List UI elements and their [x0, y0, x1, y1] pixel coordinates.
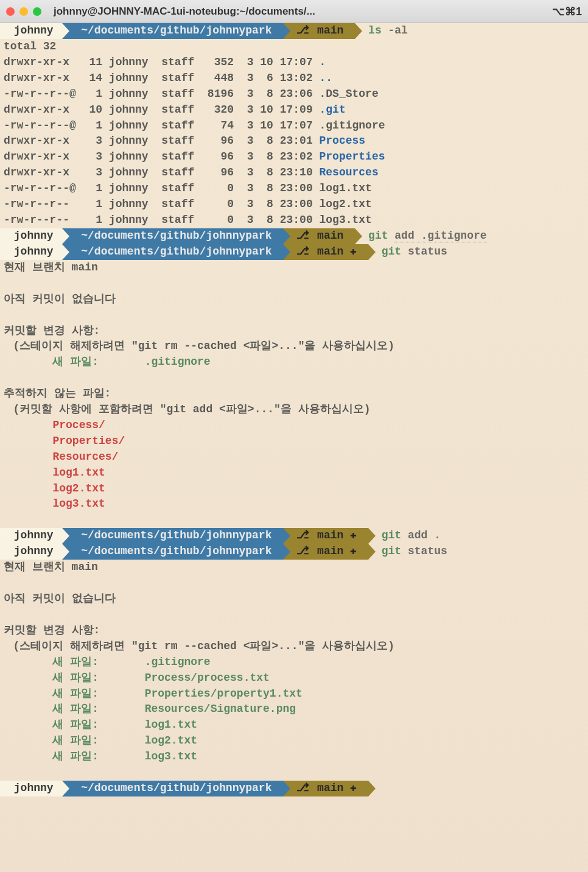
prompt-branch: ⎇ main ✚ [283, 528, 368, 544]
prompt-user: johnny [0, 228, 62, 244]
branch-icon: ⎇ [296, 24, 309, 37]
prompt-user: johnny [0, 528, 62, 544]
prompt-path: ~/documents/github/johnnypark [62, 228, 283, 244]
prompt-line: johnny ~/documents/github/johnnypark ⎇ m… [0, 244, 588, 260]
blank [0, 276, 588, 292]
plus-icon: ✚ [350, 545, 357, 557]
ls-row: drwxr-xr-x 14 johnny staff 448 3 6 13:02… [0, 71, 588, 86]
status-new-file: 새 파일: log2.txt [0, 733, 588, 749]
status-untracked-file: log2.txt [0, 481, 588, 497]
blank [0, 308, 588, 323]
status-branch: 현재 브랜치 main [0, 260, 588, 276]
maximize-icon[interactable] [33, 7, 41, 16]
command-text: git add . [368, 528, 441, 544]
status-untracked-file: log1.txt [0, 465, 588, 481]
branch-icon: ⎇ [296, 782, 309, 794]
prompt-path: ~/documents/github/johnnypark [62, 781, 283, 796]
command-text: git status [368, 544, 447, 560]
ls-row: drwxr-xr-x 3 johnny staff 96 3 8 23:01 P… [0, 133, 588, 149]
window-controls [6, 7, 41, 16]
blank [0, 575, 588, 591]
prompt-path: ~/documents/github/johnnypark [62, 544, 283, 560]
prompt-line: johnny ~/documents/github/johnnypark ⎇ m… [0, 23, 588, 39]
branch-icon: ⎇ [296, 529, 309, 541]
prompt-branch: ⎇ main ✚ [283, 244, 368, 260]
ls-row: drwxr-xr-x 3 johnny staff 96 3 8 23:10 R… [0, 165, 588, 181]
prompt-user: johnny [0, 244, 62, 260]
ls-row: drwxr-xr-x 11 johnny staff 352 3 10 17:0… [0, 55, 588, 71]
prompt-user: johnny [0, 23, 62, 39]
status-changes-header: 커밋할 변경 사항: [0, 323, 588, 339]
status-untracked-header: 추적하지 않는 파일: [0, 386, 588, 402]
prompt-line: johnny ~/documents/github/johnnypark ⎇ m… [0, 228, 588, 244]
plus-icon: ✚ [350, 529, 357, 541]
prompt-path: ~/documents/github/johnnypark [62, 528, 283, 544]
branch-icon: ⎇ [296, 230, 309, 242]
ls-row: -rw-r--r--@ 1 johnny staff 74 3 10 17:07… [0, 118, 588, 134]
prompt-line: johnny ~/documents/github/johnnypark ⎇ m… [0, 528, 588, 544]
command-text: git status [368, 244, 447, 260]
prompt-branch: ⎇ main [283, 23, 355, 39]
status-new-file: 새 파일: Resources/Signature.png [0, 701, 588, 717]
ls-row: -rw-r--r--@ 1 johnny staff 8196 3 8 23:0… [0, 86, 588, 102]
prompt-user: johnny [0, 544, 62, 560]
close-icon[interactable] [6, 7, 15, 16]
ls-row: drwxr-xr-x 3 johnny staff 96 3 8 23:02 P… [0, 149, 588, 165]
status-new-file: 새 파일: .gitignore [0, 655, 588, 670]
status-changes-header: 커밋할 변경 사항: [0, 623, 588, 639]
status-new-file: 새 파일: .gitignore [0, 354, 588, 370]
status-untracked-file: Properties/ [0, 434, 588, 449]
status-branch: 현재 브랜치 main [0, 560, 588, 575]
blank [0, 370, 588, 386]
ls-row: -rw-r--r-- 1 johnny staff 0 3 8 23:00 lo… [0, 197, 588, 213]
status-new-file: 새 파일: Properties/property1.txt [0, 686, 588, 702]
prompt-path: ~/documents/github/johnnypark [62, 244, 283, 260]
blank [0, 765, 588, 781]
window-shortcut: ⌥⌘1 [552, 5, 582, 18]
status-new-file: 새 파일: Process/process.txt [0, 670, 588, 686]
ls-row: -rw-r--r-- 1 johnny staff 0 3 8 23:00 lo… [0, 213, 588, 228]
window-title: johnny@JOHNNY-MAC-1ui-noteubug:~/documen… [47, 5, 546, 18]
status-nocommit: 아직 커밋이 없습니다 [0, 292, 588, 308]
terminal-output[interactable]: johnny ~/documents/github/johnnypark ⎇ m… [0, 23, 588, 872]
blank [0, 512, 588, 528]
command-text: ls -al [355, 23, 408, 39]
prompt-line: johnny ~/documents/github/johnnypark ⎇ m… [0, 781, 588, 796]
status-unstage-hint: (스테이지 해제하려면 "git rm --cached <파일>..."을 사… [0, 339, 588, 354]
ls-row: -rw-r--r--@ 1 johnny staff 0 3 8 23:00 l… [0, 181, 588, 197]
status-untracked-hint: (커밋할 사항에 포함하려면 "git add <파일>..."을 사용하십시오… [0, 402, 588, 418]
branch-icon: ⎇ [296, 245, 309, 258]
plus-icon: ✚ [350, 782, 357, 794]
ls-row: drwxr-xr-x 10 johnny staff 320 3 10 17:0… [0, 102, 588, 118]
status-nocommit: 아직 커밋이 없습니다 [0, 591, 588, 607]
command-text: git add .gitignore [355, 228, 486, 244]
prompt-branch: ⎇ main ✚ [283, 781, 368, 796]
prompt-branch: ⎇ main ✚ [283, 544, 368, 560]
status-untracked-file: Resources/ [0, 449, 588, 465]
prompt-user: johnny [0, 781, 62, 796]
status-unstage-hint: (스테이지 해제하려면 "git rm --cached <파일>..."을 사… [0, 639, 588, 655]
minimize-icon[interactable] [19, 7, 28, 16]
branch-icon: ⎇ [296, 545, 309, 557]
ls-total: total 32 [0, 39, 588, 55]
status-new-file: 새 파일: log3.txt [0, 749, 588, 765]
prompt-path: ~/documents/github/johnnypark [62, 23, 283, 39]
plus-icon: ✚ [350, 245, 357, 258]
titlebar: johnny@JOHNNY-MAC-1ui-noteubug:~/documen… [0, 0, 588, 23]
status-new-file: 새 파일: log1.txt [0, 717, 588, 733]
status-untracked-file: Process/ [0, 418, 588, 434]
blank [0, 607, 588, 623]
prompt-line: johnny ~/documents/github/johnnypark ⎇ m… [0, 544, 588, 560]
prompt-branch: ⎇ main [283, 228, 355, 244]
status-untracked-file: log3.txt [0, 496, 588, 512]
